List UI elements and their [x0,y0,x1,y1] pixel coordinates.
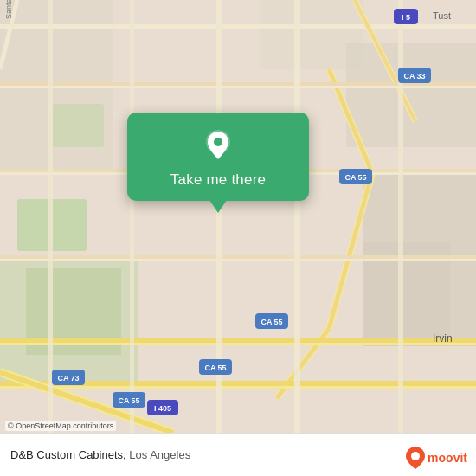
svg-text:I 405: I 405 [154,404,171,413]
svg-rect-34 [294,0,300,476]
svg-point-59 [411,452,420,460]
moovit-pin-icon [406,447,425,469]
svg-text:Tust: Tust [433,10,451,21]
svg-rect-31 [48,0,53,476]
location-name: D&B Custom Cabinets, Los Angeles [10,448,190,461]
take-me-there-button[interactable]: Take me there [170,171,266,189]
map-svg: CA 55 CA 55 CA 55 CA 73 CA 55 I 405 I 5 … [0,0,476,476]
svg-rect-5 [346,43,476,147]
moovit-logo: moovit [406,447,467,469]
svg-text:CA 55: CA 55 [118,396,139,405]
svg-rect-24 [0,255,476,259]
svg-text:CA 55: CA 55 [204,363,226,372]
location-city-text: Los Angeles [129,448,190,461]
svg-rect-10 [0,24,476,29]
svg-point-58 [214,138,222,146]
bottom-bar: D&B Custom Cabinets, Los Angeles moovit [0,433,476,476]
moovit-text: moovit [428,451,467,465]
svg-rect-33 [216,0,222,476]
svg-rect-26 [0,338,476,343]
svg-text:CA 55: CA 55 [261,318,282,326]
svg-text:Irvin: Irvin [433,332,453,344]
map-attribution: © OpenStreetMap contributors [5,421,116,431]
svg-text:I 5: I 5 [402,13,410,22]
popup-card[interactable]: Take me there [127,113,309,201]
map-container: CA 55 CA 55 CA 55 CA 73 CA 55 I 405 I 5 … [0,0,476,476]
svg-text:CA 33: CA 33 [403,72,425,80]
location-name-text: D&B Custom Cabinets [10,448,123,461]
location-pin-icon [199,126,237,164]
svg-text:CA 55: CA 55 [344,173,366,182]
svg-text:Santa Ana: Santa Ana [4,0,13,19]
svg-text:CA 73: CA 73 [57,374,79,383]
svg-rect-8 [52,104,104,147]
